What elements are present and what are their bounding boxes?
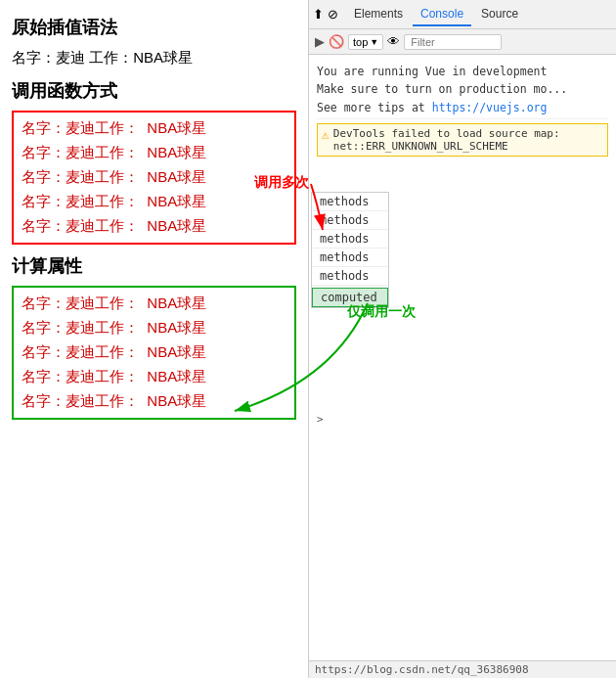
ban-icon[interactable]: 🚫 bbox=[329, 34, 344, 49]
top-select[interactable]: top ▼ bbox=[348, 34, 383, 50]
methods-item-4: methods bbox=[312, 249, 388, 267]
computed-row-5: 名字：麦迪工作： NBA球星 bbox=[22, 389, 286, 414]
methods-item-5: methods bbox=[312, 267, 388, 286]
computed-box: 名字：麦迪工作： NBA球星 名字：麦迪工作： NBA球星 名字：麦迪工作： N… bbox=[12, 286, 296, 420]
warning-icon: ⚠ bbox=[322, 127, 330, 153]
console-msg-1: You are running Vue in development Make … bbox=[317, 61, 608, 119]
top-label: top bbox=[353, 36, 368, 48]
methods-box: 名字：麦迪工作： NBA球星 名字：麦迪工作： NBA球星 名字：麦迪工作： N… bbox=[12, 111, 296, 245]
devtools-toolbar: ▶ 🚫 top ▼ 👁 bbox=[309, 29, 616, 55]
computed-row-3: 名字：麦迪工作： NBA球星 bbox=[22, 340, 286, 365]
section3-title: 计算属性 bbox=[12, 254, 296, 278]
tab-icons: ⬆ ⊘ bbox=[313, 7, 338, 22]
methods-row-1: 名字：麦迪工作： NBA球星 bbox=[22, 116, 286, 141]
methods-row-5: 名字：麦迪工作： NBA球星 bbox=[22, 214, 286, 239]
url-bar: https://blog.csdn.net/qq_36386908 bbox=[309, 660, 616, 678]
methods-popup: methods methods methods methods methods … bbox=[311, 192, 389, 308]
computed-row-4: 名字：麦迪工作： NBA球星 bbox=[22, 365, 286, 389]
warning-row: ⚠ DevTools failed to load source map:net… bbox=[317, 123, 608, 157]
methods-row-2: 名字：麦迪工作： NBA球星 bbox=[22, 141, 286, 165]
tab-elements[interactable]: Elements bbox=[346, 3, 411, 26]
methods-item-3: methods bbox=[312, 230, 388, 249]
circle-icon[interactable]: ⊘ bbox=[328, 7, 338, 22]
section2-title: 调用函数方式 bbox=[12, 79, 296, 103]
tab-source[interactable]: Source bbox=[473, 3, 526, 26]
devtools-panel: ⬆ ⊘ Elements Console Source ▶ 🚫 top ▼ 👁 … bbox=[308, 0, 616, 678]
cursor-icon[interactable]: ⬆ bbox=[313, 7, 324, 22]
chevron-down-icon: ▼ bbox=[370, 37, 378, 47]
methods-item-2: methods bbox=[312, 211, 388, 230]
tab-console[interactable]: Console bbox=[413, 3, 471, 26]
warning-text: DevTools failed to load source map:net::… bbox=[333, 127, 560, 153]
devtools-tabs: ⬆ ⊘ Elements Console Source bbox=[309, 0, 616, 29]
computed-row-1: 名字：麦迪工作： NBA球星 bbox=[22, 292, 286, 316]
eye-icon[interactable]: 👁 bbox=[387, 34, 400, 49]
filter-input[interactable] bbox=[404, 34, 502, 50]
play-icon[interactable]: ▶ bbox=[315, 34, 325, 49]
computed-item: computed bbox=[312, 288, 388, 307]
methods-row-3: 名字：麦迪工作： NBA球星 bbox=[22, 165, 286, 190]
methods-item-1: methods bbox=[312, 193, 388, 211]
arrow-icon: > bbox=[317, 413, 324, 426]
section1-title: 原始插值语法 bbox=[12, 16, 296, 39]
section1-row: 名字：麦迪 工作：NBA球星 bbox=[12, 47, 296, 69]
console-arrow: > bbox=[317, 411, 608, 428]
devtools-content: You are running Vue in development Make … bbox=[309, 55, 616, 678]
computed-row-2: 名字：麦迪工作： NBA球星 bbox=[22, 316, 286, 340]
methods-row-4: 名字：麦迪工作： NBA球星 bbox=[22, 190, 286, 214]
